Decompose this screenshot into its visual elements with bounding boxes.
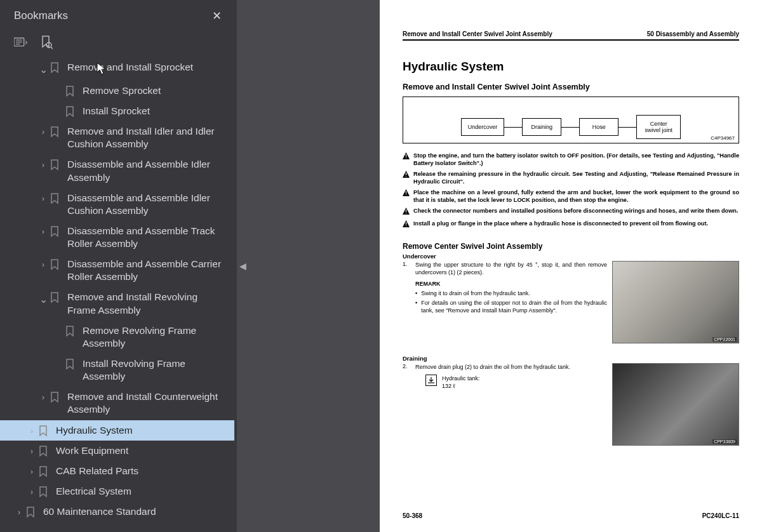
bookmark-label: 60 Maintenance Standard (43, 505, 229, 518)
chevron-right-icon[interactable]: › (38, 158, 48, 171)
section-heading: Remove Center Swivel Joint Assembly (403, 242, 739, 251)
chevron-down-icon[interactable]: ⌄ (38, 61, 48, 77)
close-icon[interactable]: ✕ (207, 6, 227, 25)
warning-icon (403, 152, 410, 168)
find-bookmark-icon[interactable] (39, 36, 53, 50)
svg-rect-14 (406, 222, 406, 225)
bookmark-label: Work Equipment (56, 444, 229, 457)
document-page: Remove and Install Center Swivel Joint A… (380, 0, 762, 532)
step-title: Draining (403, 355, 739, 362)
diagram-box: Undercover (461, 118, 505, 136)
chevron-right-icon[interactable]: › (38, 390, 48, 403)
chevron-right-icon[interactable]: › (38, 192, 48, 204)
bookmark-item[interactable]: ›Remove Revolving Frame Assembly (0, 321, 234, 354)
warning-text: Install a plug or flange in the place wh… (413, 220, 708, 230)
header-right: 50 Disassembly and Assembly (647, 30, 739, 37)
bookmark-item[interactable]: ⌄Remove and Install Revolving Frame Asse… (0, 287, 234, 320)
svg-rect-7 (406, 157, 406, 158)
diagram-box: Draining (522, 118, 561, 136)
svg-rect-8 (406, 173, 406, 175)
bullet-item: For details on using the oil stopper not… (415, 299, 607, 314)
bookmark-item[interactable]: ›Work Equipment (0, 441, 234, 461)
bookmark-item[interactable]: ›Electrical System (0, 481, 234, 502)
bookmark-label: Electrical System (56, 485, 229, 498)
bookmark-item[interactable]: ›Remove and Install Idler and Idler Cush… (0, 121, 234, 154)
chevron-right-icon[interactable]: › (38, 125, 48, 138)
bookmark-label: CAB Related Parts (56, 465, 229, 477)
chevron-right-icon[interactable]: › (27, 424, 37, 437)
bookmark-item[interactable]: ›CAB Related Parts (0, 461, 234, 481)
bookmark-item[interactable]: ›Disassemble and Assemble Idler Cushion … (0, 188, 234, 221)
bookmark-item[interactable]: ›Install Sprocket (0, 101, 234, 121)
bookmark-item[interactable]: ›Remove and Install Counterweight Assemb… (0, 387, 234, 420)
chevron-right-icon[interactable]: › (27, 465, 37, 477)
warning-icon (403, 220, 410, 230)
bookmark-label: Remove and Install Revolving Frame Assem… (67, 291, 229, 316)
bookmark-item[interactable]: ›Disassemble and Assemble Carrier Roller… (0, 254, 234, 287)
svg-rect-15 (406, 225, 406, 226)
chevron-right-icon[interactable]: › (14, 505, 24, 518)
bookmark-icon (37, 444, 50, 457)
bookmark-label: Disassemble and Assemble Idler Assembly (67, 158, 229, 183)
bookmark-icon (24, 505, 37, 518)
step-number: 1. (403, 261, 410, 343)
chevron-right-icon[interactable]: › (27, 485, 37, 498)
warning-text: Place the machine on a level ground, ful… (413, 189, 739, 204)
step-text: Swing the upper structure to the right b… (415, 261, 607, 343)
chevron-down-icon[interactable]: ⌄ (38, 291, 48, 307)
bookmark-icon (37, 424, 50, 437)
bookmark-item[interactable]: ›Install Revolving Frame Assembly (0, 354, 234, 387)
warning-item: Stop the engine, and turn the battery is… (403, 152, 739, 168)
bookmark-label: Remove and Install Sprocket (67, 61, 229, 74)
warning-text: Stop the engine, and turn the battery is… (413, 152, 739, 168)
collapse-handle-icon[interactable]: ◀ (237, 255, 249, 277)
diagram-box: Hose (579, 118, 618, 136)
bookmark-item[interactable]: ›Hydraulic System (0, 420, 234, 441)
sidebar-toolbar (0, 32, 237, 57)
warning-text: Check the connector numbers and installe… (413, 208, 739, 217)
image-code: CPP33809 (712, 439, 737, 444)
bookmark-icon (48, 158, 61, 171)
warning-icon (403, 171, 410, 186)
bookmark-item[interactable]: ›Remove Sprocket (0, 81, 234, 101)
diagram-code: C4P34967 (711, 135, 735, 141)
bookmark-icon (37, 485, 50, 498)
bookmark-item[interactable]: ⌄Remove and Install Sprocket (0, 57, 234, 81)
sidebar-header: Bookmarks ✕ (0, 0, 237, 32)
panel-gap: ◀ (237, 0, 380, 532)
image-code: CPP22001 (712, 337, 737, 342)
page-title: Hydraulic System (403, 60, 739, 74)
svg-line-5 (51, 47, 53, 49)
svg-rect-6 (406, 154, 406, 157)
svg-rect-10 (406, 191, 406, 194)
bookmark-icon (48, 390, 61, 403)
warnings-list: Stop the engine, and turn the battery is… (403, 152, 739, 233)
warning-item: Place the machine on a level ground, ful… (403, 189, 739, 204)
bookmark-item[interactable]: ›Disassemble and Assemble Idler Assembly (0, 154, 234, 187)
step-image: CPP33809 (612, 363, 739, 446)
bookmark-icon (64, 84, 76, 97)
bookmark-icon (64, 105, 76, 117)
options-icon[interactable] (14, 36, 28, 50)
warning-icon (403, 189, 410, 204)
chevron-right-icon[interactable]: › (38, 258, 48, 270)
spec-row: Hydraulic tank: 132 ℓ (425, 375, 607, 390)
step-title: Undercover (403, 253, 739, 260)
bookmark-label: Hydraulic System (56, 424, 229, 437)
step-image: CPP22001 (612, 261, 739, 343)
bookmark-label: Remove Revolving Frame Assembly (83, 324, 229, 350)
warning-item: Check the connector numbers and installe… (403, 208, 739, 217)
chevron-right-icon[interactable]: › (27, 444, 37, 457)
warning-item: Release the remaining pressure in the hy… (403, 171, 739, 186)
bookmark-item[interactable]: ›Disassemble and Assemble Track Roller A… (0, 221, 234, 254)
bookmark-tree[interactable]: ⌄Remove and Install Sprocket›Remove Spro… (0, 57, 237, 532)
bookmark-label: Disassemble and Assemble Carrier Roller … (67, 258, 229, 283)
bookmark-icon (37, 465, 50, 477)
spec-label: Hydraulic tank: (442, 375, 480, 382)
bookmark-icon (48, 258, 61, 270)
chevron-right-icon[interactable]: › (38, 225, 48, 237)
warning-icon (403, 208, 410, 217)
bookmark-item[interactable]: ›60 Maintenance Standard (0, 502, 234, 522)
page-footer: 50-368 PC240LC-11 (403, 493, 739, 519)
bookmark-label: Remove Sprocket (83, 84, 229, 97)
